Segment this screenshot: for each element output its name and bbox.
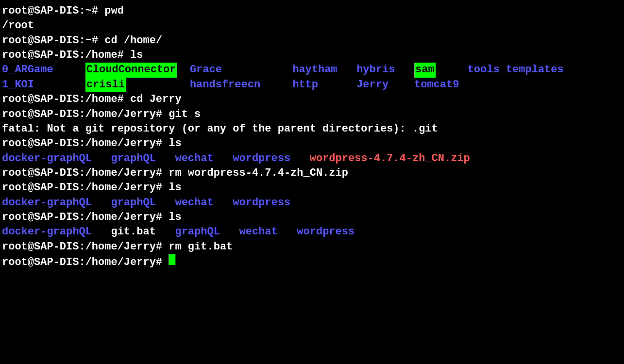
ls-space-1 [177, 63, 189, 77]
cmd-17: rm git.bat [169, 240, 233, 254]
line-17: root@SAP-DIS:/home/Jerry# rm git.bat [2, 240, 622, 254]
line-8: root@SAP-DIS:/home/Jerry# git s [2, 107, 622, 122]
ls-row-1: 0_ARGame CloudConnector Grace haytham hy… [2, 63, 622, 77]
dir-0argame: 0_ARGame [2, 63, 85, 77]
prompt-7: root@SAP-DIS:/home# [2, 92, 130, 107]
cmd-8: git s [169, 107, 201, 122]
output-root: /root [2, 18, 34, 33]
ls-row-5: docker-graphQL git.bat graphQL wechat wo… [2, 225, 622, 239]
cmd-12: rm wordpress-4.7.4-zh_CN.zip [169, 166, 348, 181]
line-15: root@SAP-DIS:/home/Jerry# ls [2, 210, 622, 225]
prompt-3: root@SAP-DIS:~# [2, 33, 104, 48]
fatal-error: fatal: Not a git repository (or any of t… [2, 122, 438, 136]
ls-row-4: docker-graphQL graphQL wechat wordpress [2, 196, 622, 210]
dir-wechat-2: wechat [175, 196, 233, 210]
dir-tomcat9: tomcat9 [414, 78, 459, 92]
prompt-12: root@SAP-DIS:/home/Jerry# [2, 166, 169, 181]
dir-graphql-2: graphQL [111, 196, 175, 210]
prompt-13: root@SAP-DIS:/home/Jerry# [2, 181, 169, 195]
dir-grace: Grace [190, 63, 292, 77]
line-10: root@SAP-DIS:/home/Jerry# ls [2, 136, 622, 151]
cmd-10: ls [169, 136, 181, 151]
dir-wordpress-1: wordpress [233, 151, 309, 166]
ls-space-3 [126, 78, 190, 92]
cmd-1: pwd [104, 4, 124, 18]
dir-docker-graphql-3: docker-graphQL [2, 225, 111, 239]
cmd-3: cd /home/ [104, 33, 162, 48]
prompt-18: root@SAP-DIS:/home/Jerry# [2, 255, 169, 270]
line-2: /root [2, 18, 622, 33]
dir-wechat-1: wechat [175, 151, 233, 166]
line-18[interactable]: root@SAP-DIS:/home/Jerry# [2, 254, 622, 270]
dir-wechat-3: wechat [239, 225, 297, 239]
dir-http: http [292, 78, 356, 92]
dir-sam: sam [414, 63, 436, 77]
line-7: root@SAP-DIS:/home# cd Jerry [2, 92, 622, 107]
dir-graphql-3: graphQL [175, 225, 239, 239]
dir-haytham: haytham [292, 63, 356, 77]
line-4: root@SAP-DIS:/home# ls [2, 48, 622, 63]
dir-tools: tools_templates [468, 63, 564, 77]
prompt-4: root@SAP-DIS:/home# [2, 48, 130, 63]
prompt-1: root@SAP-DIS:~# [2, 4, 104, 18]
ls-row-3: docker-graphQL graphQL wechat wordpress … [2, 151, 622, 166]
dir-docker-graphql-1: docker-graphQL [2, 151, 111, 166]
ls-row-2: 1_KOI crisli handsfreecn http Jerry tomc… [2, 78, 622, 92]
dir-handsfreecn: handsfreecn [190, 78, 292, 92]
prompt-10: root@SAP-DIS:/home/Jerry# [2, 136, 169, 151]
dir-wordpress-3: wordpress [297, 225, 354, 239]
line-3: root@SAP-DIS:~# cd /home/ [2, 33, 622, 48]
dir-1koi: 1_KOI [2, 78, 85, 92]
prompt-15: root@SAP-DIS:/home/Jerry# [2, 210, 169, 225]
cmd-4: ls [130, 48, 143, 63]
line-1: root@SAP-DIS:~# pwd [2, 4, 622, 18]
line-9: fatal: Not a git repository (or any of t… [2, 122, 622, 136]
dir-hybris: hybris [356, 63, 414, 77]
dir-wordpress-2: wordpress [233, 196, 290, 210]
line-12: root@SAP-DIS:/home/Jerry# rm wordpress-4… [2, 166, 622, 181]
prompt-17: root@SAP-DIS:/home/Jerry# [2, 240, 169, 254]
prompt-8: root@SAP-DIS:/home/Jerry# [2, 107, 169, 122]
dir-crisli: crisli [85, 78, 126, 92]
dir-jerry: Jerry [356, 78, 414, 92]
file-zip: wordpress-4.7.4-zh_CN.zip [310, 151, 470, 166]
cursor-block[interactable] [169, 254, 175, 265]
line-13: root@SAP-DIS:/home/Jerry# ls [2, 181, 622, 195]
cmd-15: ls [169, 210, 181, 225]
dir-docker-graphql-2: docker-graphQL [2, 196, 111, 210]
terminal: root@SAP-DIS:~# pwd /root root@SAP-DIS:~… [2, 4, 622, 270]
dir-cloudconnector: CloudConnector [85, 63, 177, 77]
ls-space-2 [436, 63, 468, 77]
cmd-7: cd Jerry [130, 92, 182, 107]
file-gitbat: git.bat [111, 225, 175, 239]
dir-graphql-1: graphQL [111, 151, 175, 166]
cmd-13: ls [169, 181, 181, 195]
